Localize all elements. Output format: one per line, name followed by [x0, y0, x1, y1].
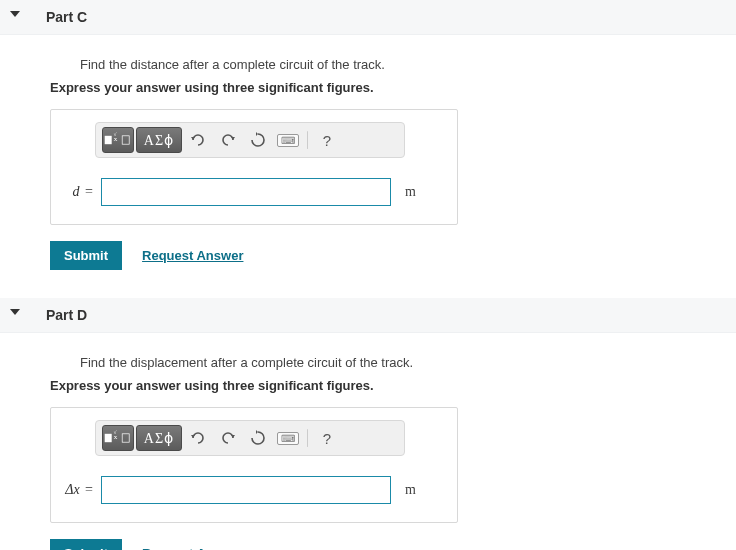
part-instructions: Express your answer using three signific…	[50, 80, 736, 95]
template-icon[interactable]: x√	[102, 127, 134, 153]
redo-button[interactable]	[214, 127, 242, 153]
svg-rect-3	[122, 136, 129, 144]
greek-letters-button[interactable]: ΑΣϕ	[136, 127, 182, 153]
part-title: Part C	[46, 9, 87, 25]
submit-button[interactable]: Submit	[50, 241, 122, 270]
svg-text:√: √	[114, 430, 117, 435]
help-button[interactable]: ?	[313, 127, 341, 153]
unit-label: m	[405, 482, 416, 498]
reset-button[interactable]	[244, 425, 272, 451]
help-button[interactable]: ?	[313, 425, 341, 451]
request-answer-link[interactable]: Request Answer	[142, 248, 243, 263]
keyboard-button[interactable]: ⌨	[274, 425, 302, 451]
svg-rect-7	[122, 434, 129, 442]
unit-label: m	[405, 184, 416, 200]
answer-toolbar: x√ ΑΣϕ ⌨ ?	[95, 122, 405, 158]
request-answer-link[interactable]: Request Answer	[142, 546, 243, 550]
answer-input[interactable]	[101, 178, 391, 206]
part-intro: Find the distance after a complete circu…	[80, 57, 736, 72]
reset-button[interactable]	[244, 127, 272, 153]
variable-label: d =	[61, 184, 93, 200]
answer-toolbar: x√ ΑΣϕ ⌨ ?	[95, 420, 405, 456]
undo-button[interactable]	[184, 425, 212, 451]
answer-box: x√ ΑΣϕ ⌨ ? Δx =	[50, 407, 458, 523]
part-header[interactable]: Part D	[0, 298, 736, 333]
separator	[307, 131, 308, 149]
part-title: Part D	[46, 307, 87, 323]
part-intro: Find the displacement after a complete c…	[80, 355, 736, 370]
svg-rect-0	[105, 136, 112, 144]
variable-label: Δx =	[61, 482, 93, 498]
svg-rect-4	[105, 434, 112, 442]
answer-input[interactable]	[101, 476, 391, 504]
answer-box: x√ ΑΣϕ ⌨ ? d =	[50, 109, 458, 225]
svg-text:√: √	[114, 132, 117, 137]
part-header[interactable]: Part C	[0, 0, 736, 35]
separator	[307, 429, 308, 447]
keyboard-button[interactable]: ⌨	[274, 127, 302, 153]
caret-down-icon	[10, 11, 20, 17]
redo-button[interactable]	[214, 425, 242, 451]
part-instructions: Express your answer using three signific…	[50, 378, 736, 393]
undo-button[interactable]	[184, 127, 212, 153]
caret-down-icon	[10, 309, 20, 315]
greek-letters-button[interactable]: ΑΣϕ	[136, 425, 182, 451]
submit-button[interactable]: Submit	[50, 539, 122, 550]
template-icon[interactable]: x√	[102, 425, 134, 451]
